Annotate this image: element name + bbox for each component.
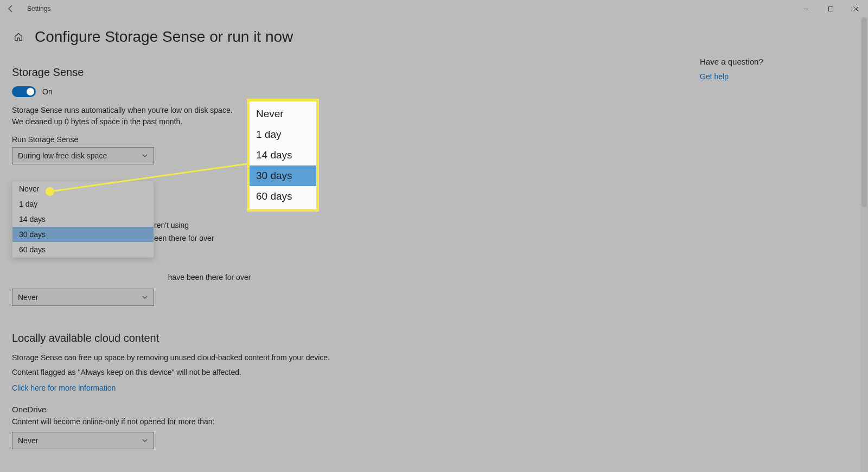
aside-column: Have a question? Get help: [700, 57, 835, 81]
svg-rect-1: [828, 7, 833, 11]
dropdown-item[interactable]: 30 days: [12, 227, 154, 242]
cloud-desc-line1: Storage Sense can free up space by remov…: [12, 352, 408, 363]
section-cloud-heading: Locally available cloud content: [12, 332, 408, 345]
chevron-down-icon: [142, 152, 148, 159]
callout-item: 1 day: [250, 124, 316, 145]
aside-question: Have a question?: [700, 57, 835, 66]
minimize-icon: [803, 6, 809, 12]
callout-item: 60 days: [250, 186, 316, 207]
dropdown-item[interactable]: 14 days: [12, 212, 154, 227]
close-button[interactable]: [843, 1, 868, 17]
run-storage-sense-combobox[interactable]: During low free disk space: [12, 147, 154, 164]
back-button[interactable]: [4, 2, 17, 15]
storage-sense-desc-line1: Storage Sense runs automatically when yo…: [12, 106, 233, 114]
section-storage-sense-heading: Storage Sense: [12, 66, 408, 79]
maximize-icon: [828, 6, 834, 12]
onedrive-combobox[interactable]: Never: [12, 432, 154, 449]
arrow-left-icon: [7, 4, 15, 13]
callout-panel: Never1 day14 days30 days60 days: [247, 99, 319, 212]
onedrive-value: Never: [18, 436, 38, 445]
chevron-down-icon: [142, 294, 148, 301]
storage-sense-toggle-label: On: [42, 87, 53, 96]
vertical-scrollbar[interactable]: [860, 17, 868, 472]
home-button[interactable]: [12, 30, 25, 43]
storage-sense-toggle[interactable]: [12, 86, 36, 97]
home-icon: [14, 32, 23, 42]
dropdown-item[interactable]: 1 day: [12, 196, 154, 212]
run-storage-sense-label: Run Storage Sense: [12, 135, 408, 144]
downloads-value: Never: [18, 293, 38, 302]
get-help-link[interactable]: Get help: [700, 72, 729, 81]
callout-item: 14 days: [250, 145, 316, 165]
storage-sense-desc-line2: We cleaned up 0 bytes of space in the pa…: [12, 117, 182, 126]
callout-item: 30 days: [250, 165, 316, 186]
onedrive-desc: Content will become online-only if not o…: [12, 416, 408, 428]
maximize-button[interactable]: [818, 1, 843, 17]
scrollbar-thumb[interactable]: [861, 17, 867, 207]
cloud-desc-line2: Content flagged as "Always keep on this …: [12, 367, 408, 378]
window-controls: [793, 1, 868, 17]
downloads-combobox[interactable]: Never: [12, 289, 154, 306]
run-storage-sense-value: During low free disk space: [18, 151, 107, 160]
minimize-button[interactable]: [793, 1, 818, 17]
downloads-label-partial: Delete files in my Downloads folder if t…: [12, 272, 408, 283]
page-header: Configure Storage Sense or run it now: [0, 17, 868, 51]
titlebar-left: Settings: [4, 2, 50, 15]
dropdown-item[interactable]: Never: [12, 181, 154, 196]
onedrive-heading: OneDrive: [12, 405, 408, 414]
chevron-down-icon: [142, 437, 148, 444]
app-title: Settings: [27, 5, 50, 12]
cloud-more-info-link[interactable]: Click here for more information: [12, 384, 116, 392]
page-title: Configure Storage Sense or run it now: [35, 28, 293, 46]
dropdown-item[interactable]: 60 days: [12, 242, 154, 257]
callout-item: Never: [250, 104, 316, 124]
storage-sense-toggle-row: On: [12, 86, 408, 97]
storage-sense-description: Storage Sense runs automatically when yo…: [12, 105, 408, 127]
recycle-bin-dropdown-open[interactable]: Never1 day14 days30 days60 days: [12, 181, 154, 258]
titlebar: Settings: [0, 0, 868, 17]
close-icon: [853, 6, 859, 12]
